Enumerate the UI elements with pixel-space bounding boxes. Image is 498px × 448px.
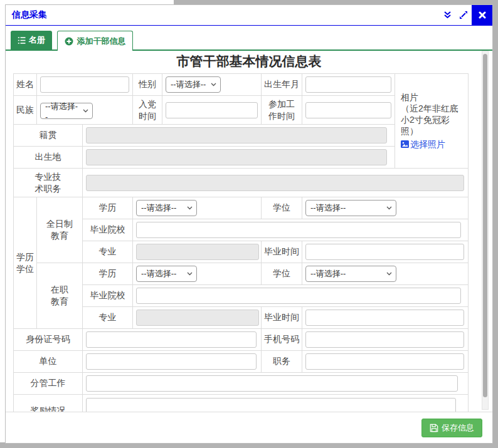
ft-academic-select-value: --请选择-- <box>310 202 346 214</box>
id-number-input[interactable] <box>86 331 257 348</box>
birth-date-input[interactable] <box>305 76 391 93</box>
chevron-down-icon <box>187 206 193 210</box>
ethnicity-label: 民族 <box>14 96 37 125</box>
position-input[interactable] <box>305 353 464 370</box>
birth-date-label: 出生年月 <box>262 74 302 96</box>
chevron-down-icon <box>386 272 392 276</box>
name-label: 姓名 <box>14 74 37 96</box>
tech-title-input <box>86 175 464 191</box>
list-icon <box>18 36 26 44</box>
duty-input[interactable] <box>86 375 458 392</box>
birth-place-input <box>86 149 387 165</box>
native-place-input <box>86 127 387 143</box>
oj-school-input[interactable] <box>136 288 461 304</box>
chevron-down-icon <box>187 272 193 276</box>
unit-label: 单位 <box>14 351 83 373</box>
plus-circle-icon <box>65 37 73 46</box>
party-time-input[interactable] <box>166 102 258 118</box>
save-button-label: 保存信息 <box>442 422 474 434</box>
ft-school-label: 毕业院校 <box>83 219 133 241</box>
maximize-icon[interactable] <box>455 7 472 23</box>
native-place-label: 籍贯 <box>14 125 83 147</box>
oj-academic-label: 学位 <box>262 263 302 285</box>
chevron-down-icon <box>386 206 392 210</box>
ft-grad-time-label: 毕业时间 <box>262 241 302 263</box>
gender-label: 性别 <box>133 74 162 96</box>
ft-degree-label: 学历 <box>83 197 133 219</box>
oj-degree-select-value: --请选择-- <box>141 268 176 279</box>
ft-academic-select[interactable]: --请选择-- <box>305 200 396 216</box>
ft-school-input[interactable] <box>136 222 461 238</box>
collapse-icon[interactable] <box>439 7 455 23</box>
dialog-header: 信息采集 <box>6 5 492 26</box>
photo-hint: （近2年非红底小2寸免冠彩照） <box>401 103 458 136</box>
page-background-left <box>0 0 5 442</box>
save-icon <box>430 424 438 432</box>
ft-major-label: 专业 <box>83 241 133 263</box>
chevron-down-icon <box>83 109 88 113</box>
ethnicity-select[interactable]: --请选择-- <box>40 103 93 119</box>
form-content: 市管干部基本情况信息表 姓名 性别 --请选择-- 出生年月 <box>6 51 492 413</box>
oj-degree-select[interactable]: --请选择-- <box>136 266 197 282</box>
work-time-label: 参加工 作时间 <box>262 96 302 125</box>
duty-label: 分管工作 <box>14 373 83 395</box>
position-label: 职务 <box>262 351 302 373</box>
gender-select[interactable]: --请选择-- <box>166 76 221 93</box>
tab-bar: 名册 添加干部信息 <box>6 26 492 51</box>
unit-input[interactable] <box>86 353 257 370</box>
form-title: 市管干部基本情况信息表 <box>6 53 492 70</box>
tab-add-label: 添加干部信息 <box>77 36 125 47</box>
save-button[interactable]: 保存信息 <box>421 419 482 437</box>
oj-school-label: 毕业院校 <box>83 285 133 307</box>
scrollbar-track[interactable] <box>482 51 489 410</box>
oj-major-input <box>136 310 259 326</box>
info-collection-dialog: 信息采集 名册 添加干部信息 市管干部基本情况信息表 <box>5 4 493 444</box>
ft-grad-time-input[interactable] <box>305 244 464 260</box>
ft-academic-label: 学位 <box>262 197 302 219</box>
chevron-down-icon <box>211 83 216 86</box>
tab-roster[interactable]: 名册 <box>11 31 52 49</box>
ft-major-input <box>136 244 259 260</box>
gender-select-value: --请选择-- <box>171 79 206 90</box>
oj-academic-select-value: --请选择-- <box>310 268 346 279</box>
oj-grad-time-label: 毕业时间 <box>262 307 302 329</box>
oj-academic-select[interactable]: --请选择-- <box>305 266 396 282</box>
oj-grad-time-input[interactable] <box>305 310 464 326</box>
ft-degree-select[interactable]: --请选择-- <box>136 200 197 216</box>
awards-label: 奖励情况 （县处级以上） <box>14 395 83 414</box>
ft-degree-select-value: --请选择-- <box>141 202 176 214</box>
edu-group-label: 学历 学位 <box>14 197 37 329</box>
oj-degree-label: 学历 <box>83 263 133 285</box>
choose-photo-link[interactable]: 选择照片 <box>401 138 445 150</box>
awards-textarea[interactable] <box>86 398 456 413</box>
scrollbar-thumb[interactable] <box>483 54 487 397</box>
fulltime-edu-label: 全日制 教育 <box>37 197 83 263</box>
cadre-info-table: 姓名 性别 --请选择-- 出生年月 相片 （近2年非红底小2寸免冠彩照） <box>13 73 469 413</box>
image-icon <box>401 140 409 148</box>
oj-major-label: 专业 <box>83 307 133 329</box>
tab-add-cadre-info[interactable]: 添加干部信息 <box>57 31 133 51</box>
party-time-label: 入党 时间 <box>133 96 162 125</box>
onjob-edu-label: 在职 教育 <box>37 263 83 329</box>
work-time-input[interactable] <box>305 102 391 118</box>
close-icon[interactable] <box>472 5 492 25</box>
photo-cell: 相片 （近2年非红底小2寸免冠彩照） 选择照片 <box>395 74 469 169</box>
phone-input[interactable] <box>305 331 464 348</box>
dialog-footer: 保存信息 <box>6 412 492 443</box>
id-number-label: 身份证号码 <box>14 329 83 351</box>
phone-label: 手机号码 <box>262 329 302 351</box>
name-input[interactable] <box>40 76 129 93</box>
dialog-title: 信息采集 <box>6 9 47 21</box>
birth-place-label: 出生地 <box>14 147 83 169</box>
tab-roster-label: 名册 <box>29 34 45 46</box>
choose-photo-label: 选择照片 <box>410 138 445 150</box>
photo-label: 相片 <box>401 92 418 102</box>
tech-title-label: 专业技 术职务 <box>14 169 83 197</box>
ethnicity-select-value: --请选择-- <box>45 101 79 122</box>
